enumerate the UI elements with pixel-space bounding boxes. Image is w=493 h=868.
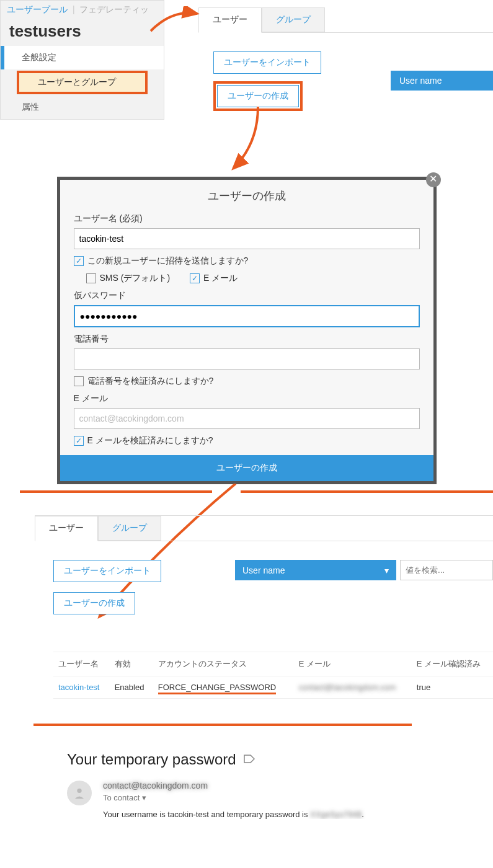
- divider-line: [241, 490, 493, 493]
- username-input[interactable]: [74, 228, 420, 249]
- email-preview: Your temporary password contact@tacoking…: [67, 751, 493, 819]
- email-verify-label: E メールを検証済みにしますか?: [87, 435, 213, 446]
- email-invite-checkbox[interactable]: ✓: [190, 273, 200, 283]
- divider-line: [20, 490, 212, 493]
- email-input[interactable]: [74, 408, 420, 429]
- th-enabled: 有効: [110, 652, 153, 676]
- tab-users-2[interactable]: ユーザー: [35, 516, 98, 541]
- label-icon: [244, 753, 255, 766]
- svg-point-0: [77, 789, 81, 793]
- phone-input[interactable]: [74, 348, 420, 370]
- search-attribute-select[interactable]: User name: [391, 71, 493, 91]
- user-link[interactable]: tacokin-test: [58, 683, 99, 692]
- nav-general[interactable]: 全般設定: [1, 46, 164, 69]
- sidebar: ユーザープール | フェデレーティッ testusers 全般設定 ユーザーとグ…: [0, 0, 164, 120]
- email-from: contact@tacokingdom.com: [103, 781, 364, 790]
- modal-submit-button[interactable]: ユーザーの作成: [60, 455, 433, 481]
- breadcrumb: ユーザープール | フェデレーティッ: [1, 1, 164, 19]
- email-to: To contact: [103, 793, 140, 802]
- cell-email: contact@tacokingdom.com: [299, 683, 396, 692]
- phone-verify-label: 電話番号を検証済みにしますか?: [87, 376, 214, 387]
- cell-status: FORCE_CHANGE_PASSWORD: [158, 683, 276, 694]
- import-users-button-2[interactable]: ユーザーをインポート: [53, 560, 161, 582]
- table-row: tacokin-test Enabled FORCE_CHANGE_PASSWO…: [53, 676, 493, 699]
- nav-users-groups[interactable]: ユーザーとグループ: [17, 71, 148, 94]
- temp-password: XXgeSyo794$: [310, 810, 362, 819]
- email-body-text: Your username is tacokin-test and tempor…: [103, 810, 310, 819]
- create-user-button[interactable]: ユーザーの作成: [217, 85, 299, 107]
- cell-enabled: Enabled: [110, 676, 153, 699]
- attribute-select[interactable]: User name ▾: [235, 560, 396, 580]
- tab-users[interactable]: ユーザー: [198, 7, 262, 33]
- breadcrumb-user-pool[interactable]: ユーザープール: [7, 4, 68, 14]
- user-table: ユーザー名 有効 アカウントのステータス E メール E メール確認済み tac…: [53, 652, 493, 699]
- invite-label: この新規ユーザーに招待を送信しますか?: [87, 255, 249, 267]
- th-email-verified: E メール確認済み: [412, 652, 493, 676]
- sms-label: SMS (デフォルト): [100, 273, 171, 284]
- tab-groups[interactable]: グループ: [262, 7, 325, 32]
- phone-verify-checkbox[interactable]: [74, 376, 84, 386]
- modal-title: ユーザーの作成: [65, 188, 429, 203]
- divider-line: [33, 724, 412, 726]
- nav-attributes[interactable]: 属性: [1, 95, 164, 119]
- temp-pw-input[interactable]: [74, 305, 420, 327]
- pool-name: testusers: [1, 19, 164, 46]
- avatar: [67, 781, 92, 805]
- email-invite-label: E メール: [203, 273, 238, 284]
- cell-verified: true: [412, 676, 493, 699]
- panel2-tabstrip: ユーザー グループ: [35, 516, 493, 541]
- create-user-highlight: ユーザーの作成: [213, 81, 303, 111]
- invite-checkbox[interactable]: ✓: [74, 256, 84, 266]
- arrow-icon: [233, 107, 258, 169]
- phone-label: 電話番号: [74, 334, 420, 345]
- th-email: E メール: [294, 652, 412, 676]
- th-status: アカウントのステータス: [153, 652, 294, 676]
- tab-groups-2[interactable]: グループ: [98, 516, 161, 541]
- email-subject: Your temporary password: [67, 751, 236, 768]
- import-users-button[interactable]: ユーザーをインポート: [213, 51, 321, 74]
- chevron-down-icon[interactable]: ▾: [142, 793, 146, 802]
- email-verify-checkbox[interactable]: ✓: [74, 436, 84, 446]
- email-field-label: E メール: [74, 393, 420, 404]
- search-input[interactable]: [400, 560, 493, 580]
- create-user-button-2[interactable]: ユーザーの作成: [53, 592, 135, 614]
- username-label: ユーザー名 (必須): [74, 213, 420, 224]
- create-user-modal: ✕ ユーザーの作成 ユーザー名 (必須) ✓ この新規ユーザーに招待を送信します…: [57, 177, 437, 484]
- top-tabstrip: ユーザー グループ: [198, 7, 493, 33]
- temp-pw-label: 仮パスワード: [74, 290, 420, 301]
- sms-checkbox[interactable]: [86, 273, 96, 283]
- th-username: ユーザー名: [53, 652, 110, 676]
- breadcrumb-federated: フェデレーティッ: [79, 4, 149, 14]
- chevron-down-icon: ▾: [384, 565, 389, 575]
- close-icon[interactable]: ✕: [426, 172, 441, 187]
